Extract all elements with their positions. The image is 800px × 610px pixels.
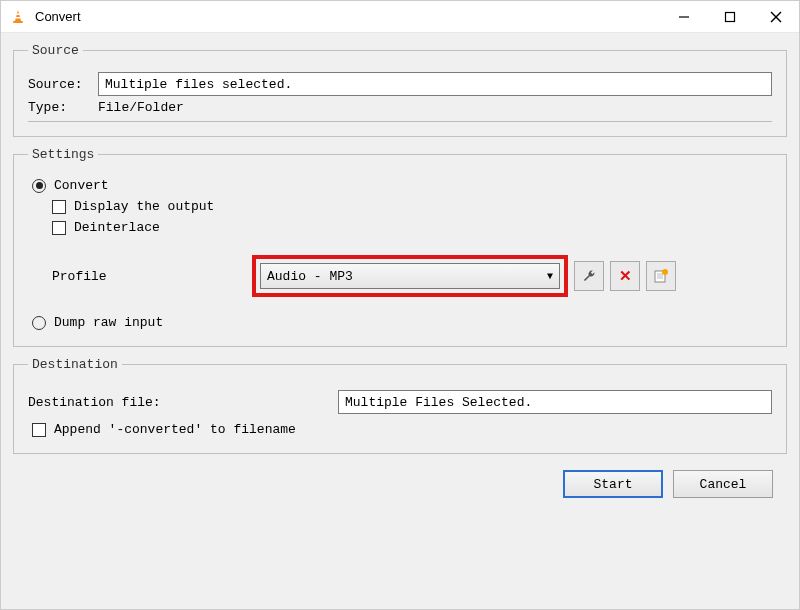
dialog-buttons: Start Cancel [13, 464, 787, 498]
delete-profile-button[interactable]: ✕ [610, 261, 640, 291]
destination-group: Destination Destination file: Append '-c… [13, 357, 787, 454]
source-group: Source Source: Type: File/Folder [13, 43, 787, 137]
profile-label: Profile [52, 269, 252, 284]
destination-legend: Destination [28, 357, 122, 372]
dump-raw-radio[interactable]: Dump raw input [28, 315, 772, 330]
minimize-button[interactable] [661, 1, 707, 32]
x-icon: ✕ [619, 267, 632, 285]
wrench-icon [581, 268, 597, 284]
radio-icon [32, 179, 46, 193]
source-row: Source: [28, 72, 772, 96]
append-converted-label: Append '-converted' to filename [54, 422, 296, 437]
window-title: Convert [35, 9, 81, 24]
profile-row: Profile Audio - MP3 ▼ ✕ [52, 255, 772, 297]
svg-rect-1 [16, 13, 20, 15]
edit-profile-button[interactable] [574, 261, 604, 291]
window-controls [661, 1, 799, 32]
display-output-checkbox[interactable]: Display the output [28, 199, 772, 214]
close-button[interactable] [753, 1, 799, 32]
destination-file-input[interactable] [338, 390, 772, 414]
profile-select[interactable]: Audio - MP3 ▼ [260, 263, 560, 289]
cancel-button-label: Cancel [700, 477, 747, 492]
radio-icon [32, 316, 46, 330]
convert-radio[interactable]: Convert [28, 178, 772, 193]
new-profile-button[interactable] [646, 261, 676, 291]
profile-selected-value: Audio - MP3 [267, 269, 353, 284]
type-row: Type: File/Folder [28, 100, 772, 122]
append-converted-checkbox[interactable]: Append '-converted' to filename [28, 422, 772, 437]
type-value: File/Folder [98, 100, 184, 115]
destination-file-label: Destination file: [28, 395, 338, 410]
display-output-label: Display the output [74, 199, 214, 214]
source-legend: Source [28, 43, 83, 58]
convert-radio-label: Convert [54, 178, 109, 193]
settings-group: Settings Convert Display the output Dein… [13, 147, 787, 347]
svg-rect-3 [13, 21, 23, 23]
chevron-down-icon: ▼ [547, 271, 553, 282]
checkbox-icon [52, 200, 66, 214]
destination-file-row: Destination file: [28, 390, 772, 414]
source-label: Source: [28, 77, 98, 92]
dialog-body: Source Source: Type: File/Folder Setting… [1, 33, 799, 609]
vlc-icon [9, 8, 27, 26]
cancel-button[interactable]: Cancel [673, 470, 773, 498]
title-bar: Convert [1, 1, 799, 33]
checkbox-icon [52, 221, 66, 235]
deinterlace-checkbox[interactable]: Deinterlace [28, 220, 772, 235]
svg-marker-0 [15, 10, 21, 21]
svg-rect-5 [726, 12, 735, 21]
svg-rect-2 [16, 17, 21, 19]
convert-dialog: Convert Source Source: Ty [0, 0, 800, 610]
profile-highlight: Audio - MP3 ▼ [252, 255, 568, 297]
type-label: Type: [28, 100, 98, 115]
start-button-label: Start [593, 477, 632, 492]
new-icon [653, 268, 669, 284]
svg-point-12 [662, 269, 668, 275]
start-button[interactable]: Start [563, 470, 663, 498]
source-input[interactable] [98, 72, 772, 96]
settings-legend: Settings [28, 147, 98, 162]
maximize-button[interactable] [707, 1, 753, 32]
dump-raw-label: Dump raw input [54, 315, 163, 330]
deinterlace-label: Deinterlace [74, 220, 160, 235]
checkbox-icon [32, 423, 46, 437]
